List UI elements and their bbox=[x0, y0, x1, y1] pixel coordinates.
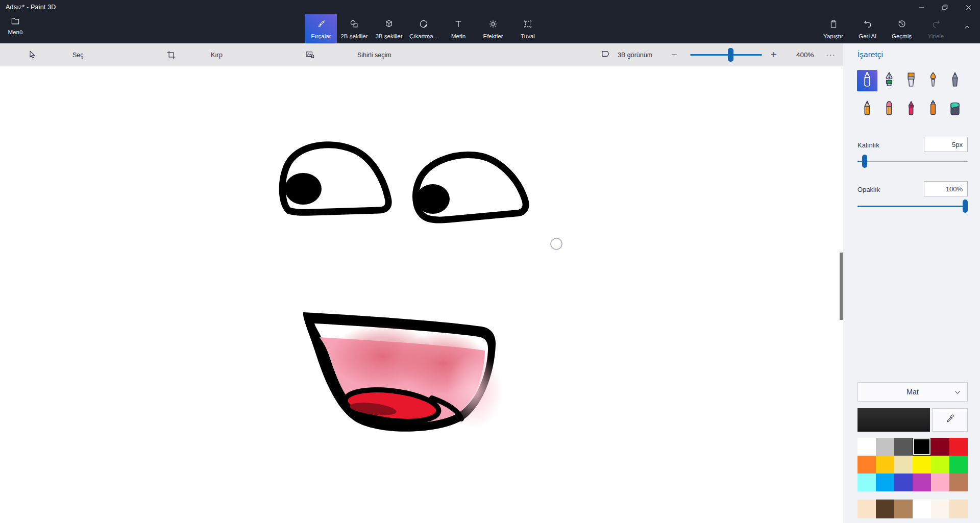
collapse-ribbon-button[interactable] bbox=[961, 21, 974, 35]
tab-label: Fırçalar bbox=[311, 33, 331, 39]
eyedropper-button[interactable] bbox=[932, 408, 968, 432]
color-swatch-00a8f3[interactable] bbox=[876, 474, 894, 491]
tab-effects[interactable]: Efektler bbox=[476, 14, 510, 43]
select-button[interactable]: Seç bbox=[72, 43, 84, 66]
custom-color-swatch-573d26[interactable] bbox=[876, 500, 894, 518]
tab-canvas[interactable]: Tuval bbox=[510, 14, 545, 43]
title-and-ribbon-bar: Adsız* - Paint 3D Menü Fırçalar2B şekill… bbox=[0, 0, 980, 43]
tab-brushes[interactable]: Fırçalar bbox=[305, 14, 337, 43]
zoom-slider-track[interactable] bbox=[690, 54, 762, 56]
paint3d-window: Adsız* - Paint 3D Menü Fırçalar2B şekill… bbox=[0, 0, 980, 523]
tool-spray-can[interactable] bbox=[923, 98, 943, 120]
color-swatch-c4ff0e[interactable] bbox=[931, 456, 949, 474]
tool-pencil[interactable] bbox=[857, 98, 877, 120]
history-icon bbox=[897, 19, 907, 31]
crop-button[interactable]: Kırp bbox=[211, 43, 223, 66]
tab-shapes-3d[interactable]: 3B şekiller bbox=[372, 14, 406, 43]
canvas-vertical-scrollbar[interactable] bbox=[840, 253, 843, 320]
current-color-swatch[interactable] bbox=[857, 408, 930, 432]
custom-colors-row bbox=[857, 500, 968, 518]
color-swatch-000000[interactable] bbox=[913, 438, 931, 456]
history-button[interactable]: Geçmiş bbox=[885, 14, 919, 43]
select-arrow-icon[interactable] bbox=[27, 43, 37, 66]
brush-icon bbox=[316, 19, 326, 31]
zoom-out-button[interactable]: − bbox=[671, 43, 677, 66]
custom-color-swatch-ffffff[interactable] bbox=[913, 500, 931, 518]
brush-tool-grid bbox=[857, 70, 967, 120]
paste-button[interactable]: Yapıştır bbox=[816, 14, 850, 43]
oil-brush-icon bbox=[903, 71, 919, 90]
material-dropdown[interactable]: Mat bbox=[857, 382, 968, 402]
eraser-icon bbox=[881, 99, 897, 119]
chevron-up-icon bbox=[963, 22, 972, 34]
color-swatch-8cfffb[interactable] bbox=[857, 474, 876, 491]
magic-select-icon[interactable] bbox=[305, 43, 315, 66]
tool-marker[interactable] bbox=[857, 70, 877, 91]
color-swatch-fff200[interactable] bbox=[913, 456, 931, 474]
drawing-canvas[interactable] bbox=[0, 66, 843, 523]
marker-icon bbox=[860, 71, 875, 90]
custom-color-swatch-f8e2c5[interactable] bbox=[949, 500, 968, 518]
custom-color-swatch-fbe3c8[interactable] bbox=[857, 500, 876, 518]
cube-3d-icon bbox=[384, 19, 394, 31]
color-swatch-b97a57[interactable] bbox=[949, 474, 968, 491]
color-swatch-b83dba[interactable] bbox=[913, 474, 931, 491]
tool-watercolor[interactable] bbox=[923, 70, 943, 91]
color-swatch-c3c3c3[interactable] bbox=[876, 438, 894, 456]
thickness-slider[interactable] bbox=[857, 155, 968, 168]
color-swatch-ffffff[interactable] bbox=[857, 438, 876, 456]
more-options-button[interactable]: ··· bbox=[826, 43, 836, 66]
magic-select-button[interactable]: Sihirli seçim bbox=[357, 43, 391, 66]
tab-label: Çıkartma... bbox=[409, 33, 438, 39]
view-3d-icon[interactable] bbox=[600, 43, 611, 66]
tool-oil-brush[interactable] bbox=[901, 70, 921, 91]
crop-icon[interactable] bbox=[166, 43, 177, 66]
color-swatch-ec1c24[interactable] bbox=[949, 438, 968, 456]
canvas-toolbar: SeçKırpSihirli seçim 3B görünüm − + 400%… bbox=[0, 43, 843, 66]
color-swatch-ffc90e[interactable] bbox=[876, 456, 894, 474]
zoom-in-button[interactable]: + bbox=[771, 43, 777, 66]
action-label: Geçmiş bbox=[892, 33, 912, 39]
color-swatch-3f48cc[interactable] bbox=[894, 474, 913, 491]
close-button[interactable] bbox=[957, 0, 980, 15]
restore-button[interactable] bbox=[933, 0, 957, 15]
spray-can-icon bbox=[925, 99, 941, 119]
tool-calligraphy-pen[interactable] bbox=[879, 70, 899, 91]
tool-pixel-pen[interactable] bbox=[945, 70, 965, 91]
color-swatch-585858[interactable] bbox=[894, 438, 913, 456]
menu-button[interactable]: Menü bbox=[4, 16, 27, 41]
color-swatch-88001b[interactable] bbox=[931, 438, 949, 456]
opacity-slider[interactable] bbox=[857, 200, 968, 213]
color-swatch-0ed145[interactable] bbox=[949, 456, 968, 474]
effects-icon bbox=[488, 19, 498, 31]
tool-fill-bucket[interactable] bbox=[945, 98, 965, 120]
action-label: Yapıştır bbox=[823, 33, 843, 39]
color-swatch-ff7f27[interactable] bbox=[857, 456, 876, 474]
thickness-label: Kalınlık bbox=[857, 141, 879, 149]
redo-icon bbox=[931, 19, 941, 31]
tab-text[interactable]: Metin bbox=[441, 14, 476, 43]
custom-color-swatch-fdf6ee[interactable] bbox=[931, 500, 949, 518]
zoom-level-value: 400% bbox=[796, 43, 814, 66]
tab-label: Efektler bbox=[483, 33, 503, 39]
tab-label: Tuval bbox=[521, 33, 535, 39]
color-swatch-efe4b0[interactable] bbox=[894, 456, 913, 474]
text-icon bbox=[453, 19, 463, 31]
opacity-input[interactable]: 100% bbox=[924, 181, 968, 196]
minimize-button[interactable] bbox=[910, 0, 933, 15]
tool-eraser[interactable] bbox=[879, 98, 899, 120]
thickness-input[interactable]: 5px bbox=[924, 137, 968, 152]
tool-crayon[interactable] bbox=[901, 98, 921, 120]
tab-label: 2B şekiller bbox=[340, 33, 368, 39]
color-swatch-ffaec9[interactable] bbox=[931, 474, 949, 491]
pencil-icon bbox=[860, 99, 875, 119]
tab-stickers[interactable]: Çıkartma... bbox=[406, 14, 441, 43]
window-controls bbox=[910, 0, 980, 15]
undo-button[interactable]: Geri Al bbox=[850, 14, 885, 43]
calligraphy-pen-icon bbox=[881, 71, 897, 90]
view-3d-button[interactable]: 3B görünüm bbox=[618, 43, 652, 66]
panel-title: İşaretçi bbox=[857, 50, 883, 59]
tab-shapes-2d[interactable]: 2B şekiller bbox=[337, 14, 372, 43]
zoom-slider-thumb[interactable] bbox=[728, 48, 733, 62]
custom-color-swatch-b1855c[interactable] bbox=[894, 500, 913, 518]
